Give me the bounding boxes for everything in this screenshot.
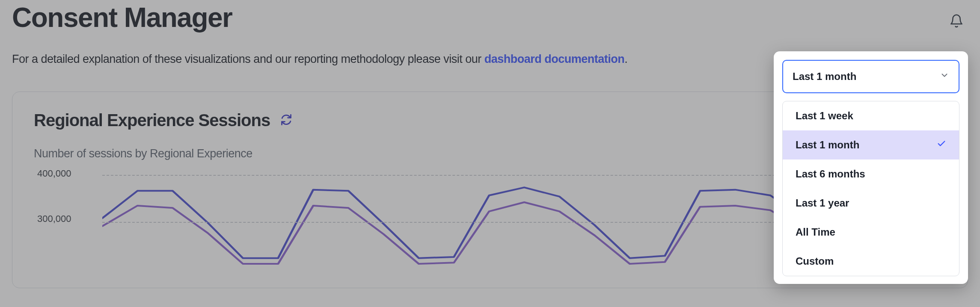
chevron-down-icon [940,71,949,83]
time-range-option[interactable]: Last 1 week [783,101,959,130]
time-range-option-label: Last 1 week [796,110,853,122]
time-range-option[interactable]: Last 6 months [783,159,959,189]
time-range-options: Last 1 weekLast 1 monthLast 6 monthsLast… [782,101,959,276]
time-range-select[interactable]: Last 1 month [782,60,959,93]
time-range-option-label: Last 1 month [796,139,859,151]
time-range-option-label: Last 6 months [796,168,865,180]
time-range-option[interactable]: Last 1 year [783,189,959,218]
check-icon [937,139,946,151]
time-range-popover: Last 1 month Last 1 weekLast 1 monthLast… [774,51,968,284]
time-range-option[interactable]: Last 1 month [783,130,959,159]
time-range-option-label: Custom [796,255,834,267]
time-range-option[interactable]: All Time [783,218,959,247]
time-range-option[interactable]: Custom [783,247,959,276]
time-range-selected-label: Last 1 month [793,71,856,83]
time-range-option-label: Last 1 year [796,197,849,209]
time-range-option-label: All Time [796,226,835,238]
